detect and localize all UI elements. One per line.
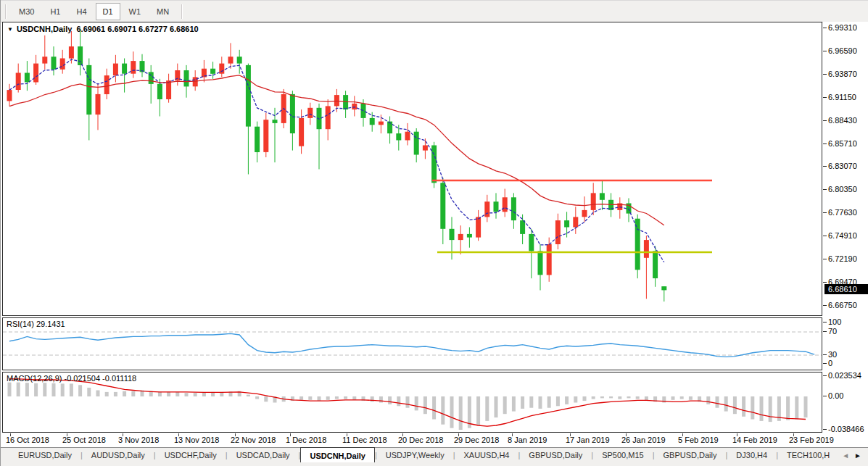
axis-tick	[823, 282, 827, 283]
chart-tabs: EURUSD,Daily|AUDUSD,Daily|USDCHF,Daily|U…	[9, 448, 838, 462]
axis-tick	[823, 166, 827, 167]
axis-tick	[823, 74, 827, 75]
date-axis-label: 14 Feb 2019	[732, 436, 777, 444]
tab-scroll-left-icon[interactable]: ◄	[842, 452, 849, 459]
price-axis[interactable]: 6.993106.965906.938706.911506.884306.857…	[823, 22, 868, 447]
date-axis-label: 3 Nov 2018	[118, 436, 159, 444]
chart-tab-usdchf-2[interactable]: USDCHF,Daily	[156, 448, 226, 462]
date-axis-label: 5 Feb 2019	[678, 436, 719, 444]
rsi-axis-label: 70	[828, 326, 837, 336]
chart-tab-eurusd-0[interactable]: EURUSD,Daily	[9, 448, 80, 462]
chart-tab-usdcnh-4[interactable]: USDCNH,Daily	[300, 447, 374, 462]
price-axis-label: 6.80350	[828, 184, 857, 194]
tab-scroll-arrows: ◄►	[842, 448, 868, 459]
axis-tick	[823, 396, 827, 396]
chart-ohlc-values: 6.69061 6.69071 6.67277 6.68610	[76, 25, 198, 33]
timeframe-button-m30[interactable]: M30	[12, 3, 41, 20]
macd-label: MACD(12,26,9) -0.021504 -0.011118	[7, 374, 136, 383]
timeframe-toolbar: M30H1H4D1W1MN	[1, 0, 868, 22]
candlestick-chart	[3, 22, 822, 315]
price-axis-label: 6.99310	[828, 22, 857, 33]
chevron-down-icon[interactable]: ▼	[7, 26, 13, 33]
chart-tab-usdcad-3[interactable]: USDCAD,Daily	[228, 448, 299, 462]
timeframe-button-d1[interactable]: D1	[96, 3, 120, 20]
tab-scroll-right-icon[interactable]: ►	[854, 452, 861, 459]
macd-axis-label: -0.038466	[828, 424, 864, 434]
toolbar-separator	[5, 4, 7, 19]
axis-tick	[823, 259, 827, 259]
axis-tick	[823, 354, 827, 355]
macd-axis-label: 0.00	[828, 391, 843, 401]
date-axis-label: 11 Dec 2018	[342, 436, 387, 444]
price-axis-label: 6.83070	[828, 161, 857, 171]
chart-tab-audusd-1[interactable]: AUDUSD,Daily	[83, 448, 154, 462]
date-axis-label: 17 Jan 2019	[566, 436, 610, 444]
price-axis-label: 6.85710	[828, 138, 857, 149]
timeframe-button-mn[interactable]: MN	[149, 3, 176, 20]
price-axis-label: 6.88430	[828, 115, 857, 125]
axis-tick	[823, 331, 827, 332]
current-price-tag: 6.68610	[824, 284, 868, 294]
axis-tick	[823, 120, 827, 121]
rsi-line-chart	[3, 318, 822, 370]
axis-tick	[823, 97, 827, 98]
rsi-axis-label: 100	[828, 317, 841, 327]
rsi-axis-label: 0	[828, 358, 832, 368]
price-axis-label: 6.93870	[828, 69, 857, 79]
date-axis-label: 20 Dec 2018	[398, 436, 443, 444]
date-axis-label: 25 Oct 2018	[62, 436, 106, 444]
terminal-window: M30H1H4D1W1MN ▼USDCNH,Daily 6.69061 6.69…	[0, 0, 868, 466]
date-axis-label: 8 Jan 2019	[508, 436, 547, 444]
axis-tick	[823, 429, 827, 430]
timeframe-button-h4[interactable]: H4	[69, 3, 94, 20]
price-axis-label: 6.66750	[828, 300, 857, 310]
date-axis-label: 16 Oct 2018	[6, 436, 49, 444]
axis-tick	[823, 305, 827, 306]
macd-indicator-pane[interactable]: MACD(12,26,9) -0.021504 -0.011118	[2, 372, 822, 433]
chart-tab-gbpusd-7[interactable]: GBPUSD,Daily	[520, 448, 591, 462]
chart-tab-gbpusd-9[interactable]: GBPUSD,Daily	[655, 448, 726, 462]
axis-tick	[823, 363, 827, 364]
macd-axis-label: 0.023534	[828, 370, 861, 380]
date-axis-label: 13 Nov 2018	[174, 436, 219, 444]
chart-tab-tech100-11[interactable]: TECH100,H	[778, 448, 838, 462]
chart-tab-sp500-8[interactable]: SP500,M15	[593, 448, 652, 462]
timeframe-buttons: M30H1H4D1W1MN	[11, 3, 177, 20]
timeframe-button-w1[interactable]: W1	[122, 3, 149, 20]
axis-tick	[823, 189, 827, 190]
price-axis-label: 6.74910	[828, 230, 857, 241]
price-chart-pane[interactable]: ▼USDCNH,Daily 6.69061 6.69071 6.67277 6.…	[2, 22, 822, 316]
price-axis-label: 6.77630	[828, 207, 857, 217]
axis-tick	[823, 51, 827, 51]
chart-tab-xauusd-6[interactable]: XAUUSD,H4	[455, 448, 518, 462]
chart-tab-bar: EURUSD,Daily|AUDUSD,Daily|USDCHF,Daily|U…	[1, 447, 868, 466]
axis-tick	[823, 212, 827, 213]
axis-tick	[823, 28, 827, 28]
axis-tick	[823, 322, 827, 323]
date-axis-label: 26 Jan 2019	[621, 436, 666, 444]
date-axis-label: 29 Dec 2018	[454, 436, 499, 444]
chart-title: ▼USDCNH,Daily 6.69061 6.69071 6.67277 6.…	[7, 25, 199, 33]
axis-tick	[823, 143, 827, 144]
chart-tab-usdjpy-5[interactable]: USDJPY,Weekly	[377, 448, 453, 462]
chart-tab-dj30-10[interactable]: DJ30,H4	[727, 448, 776, 462]
date-axis-label: 22 Nov 2018	[231, 436, 276, 444]
rsi-indicator-pane[interactable]: RSI(14) 29.1431	[2, 317, 822, 370]
axis-tick	[823, 375, 827, 376]
date-axis-label: 1 Dec 2018	[286, 436, 326, 444]
price-axis-label: 6.72190	[828, 254, 857, 264]
axis-tick	[823, 236, 827, 236]
rsi-label: RSI(14) 29.1431	[7, 320, 65, 328]
price-axis-label: 6.91150	[828, 92, 856, 102]
toolbar-separator	[181, 4, 183, 19]
date-axis[interactable]: 16 Oct 201825 Oct 20183 Nov 201813 Nov 2…	[2, 433, 822, 447]
timeframe-button-h1[interactable]: H1	[43, 3, 67, 20]
price-axis-label: 6.96590	[828, 46, 857, 56]
chart-symbol-label: USDCNH,Daily	[17, 25, 72, 33]
date-axis-label: 23 Feb 2019	[789, 436, 834, 444]
